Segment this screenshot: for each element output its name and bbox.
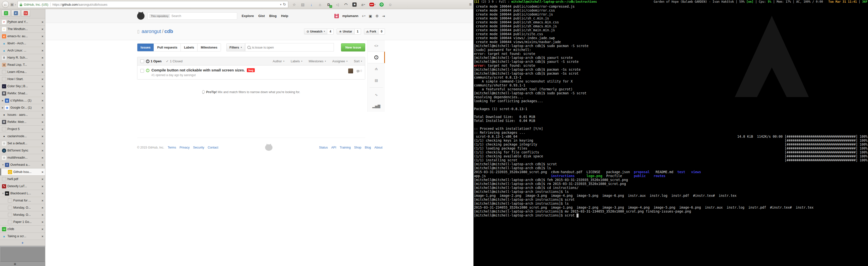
tab-close-icon[interactable]: × [41, 106, 44, 110]
sidebar-tab[interactable]: //@c0db× [0, 226, 45, 233]
sidebar-tab[interactable]: ▼BbBlackboard L...× [0, 190, 45, 197]
issue-title-link[interactable]: Compile button not clickable with small … [151, 68, 245, 72]
wiki-tab-icon[interactable]: ▤ [368, 75, 385, 86]
android-extension-icon[interactable]: ◠ [343, 2, 348, 7]
sidebar-tab[interactable]: ≣multithreadin...× [0, 154, 45, 161]
tab-close-icon[interactable]: × [41, 34, 44, 38]
footer-link-terms[interactable]: Terms [168, 146, 176, 149]
site-identity-label[interactable]: GitHub, Inc. (US) [24, 3, 48, 6]
notifications-icon[interactable]: ▣ [369, 14, 372, 18]
pocket-icon[interactable]: ◁ [335, 2, 340, 7]
sidebar-tab[interactable]: ●Issues · aaro...× [0, 111, 45, 119]
sidebar-tab[interactable]: Project 5× [0, 126, 45, 133]
ghostery-icon[interactable]: O [379, 2, 384, 7]
sidebar-tab[interactable]: ▼fOverheard a...× [0, 161, 45, 168]
assignee-avatar[interactable] [348, 68, 353, 73]
tab-pull-requests[interactable]: Pull requests [154, 43, 181, 51]
sort-dropdown[interactable]: Sort▾ [354, 60, 362, 63]
unstar-button-count[interactable]: 1 [354, 29, 361, 34]
twisty-icon[interactable]: ▼ [2, 192, 5, 195]
tab-close-icon[interactable]: × [41, 70, 44, 74]
footer-link-blog[interactable]: Blog [365, 146, 371, 149]
open-issues-filter[interactable]: !1 Open [146, 59, 161, 63]
tab-close-icon[interactable]: × [41, 134, 44, 138]
footer-link-status[interactable]: Status [319, 146, 328, 149]
twisty-icon[interactable]: ▶ [2, 100, 5, 102]
issue-comments[interactable]: 0 [356, 69, 362, 73]
url-bar[interactable]: GitHub, Inc. (US) https://github.com/aar… [18, 1, 288, 8]
privacy-eye-icon[interactable]: ø▾ [361, 2, 366, 7]
sidebar-tab[interactable]: ✎Detexify LaT...× [0, 183, 45, 190]
tab-close-icon[interactable]: × [41, 170, 44, 174]
username-label[interactable]: mplamann [342, 14, 358, 18]
bookmarks-menu-icon[interactable]: ▤ [300, 2, 305, 7]
footer-link-api[interactable]: API [331, 146, 336, 149]
avatar[interactable] [334, 14, 339, 18]
twisty-icon[interactable]: ▼ [2, 164, 5, 166]
tab-close-icon[interactable]: × [41, 163, 44, 167]
sidebar-tab[interactable]: ∴The Mindfuln...× [0, 26, 45, 33]
sidebar-tab[interactable]: ITPython and Y...× [0, 19, 45, 26]
repo-owner-link[interactable]: aarongut [142, 29, 161, 34]
issues-search-input[interactable]: is:issue is:open [245, 43, 334, 52]
sidebar-tab[interactable]: ◎BitTorrent Sync× [0, 147, 45, 154]
tab-close-icon[interactable]: × [41, 113, 44, 117]
new-tab-button[interactable]: + [0, 240, 45, 246]
footer-link-security[interactable]: Security [193, 146, 204, 149]
fork-button-count[interactable]: 0 [378, 29, 385, 34]
tab-close-icon[interactable]: × [41, 20, 44, 24]
lastpass-icon[interactable]: ✱ [352, 2, 357, 7]
pinned-tab-feedly[interactable]: f [1, 10, 10, 16]
sign-out-icon[interactable]: ⇥ [382, 14, 385, 18]
sidebar-tab[interactable]: Learn #Ema...× [0, 68, 45, 76]
terminal-window[interactable]: [1] (2) 3 9 : Full : mitchell@mitchell-l… [473, 0, 868, 266]
sidebar-tab[interactable]: ▢Github Issu...× [0, 168, 45, 176]
sidebar-tab[interactable]: ▲Taking a scr...× [0, 233, 45, 240]
pull-requests-tab-icon[interactable]: Ψ [368, 63, 385, 75]
bookmark-star-icon[interactable]: ☆ [292, 2, 297, 7]
github-search-box[interactable]: This repository Search [148, 12, 237, 20]
nav-link-gist[interactable]: Gist [258, 14, 265, 18]
pinned-tab-tj[interactable]: TJ [21, 10, 30, 16]
sidebar-tab[interactable]: Paper 1 Go...× [0, 219, 45, 226]
new-issue-button[interactable]: New issue [341, 43, 365, 52]
footer-link-about[interactable]: About [374, 146, 382, 149]
unstar-button[interactable]: ★Unstar [337, 29, 354, 34]
tab-issues[interactable]: Issues [137, 43, 154, 51]
sidebar-tab[interactable]: ▲libvirt - Arch...× [0, 40, 45, 47]
footer-link-privacy[interactable]: Privacy [180, 146, 190, 149]
tab-close-icon[interactable]: × [41, 213, 44, 217]
footer-link-shop[interactable]: Shop [354, 146, 361, 149]
tab-close-icon[interactable]: × [41, 42, 44, 45]
tab-close-icon[interactable]: × [41, 206, 44, 209]
nav-link-help[interactable]: Help [281, 14, 288, 18]
select-all-checkbox[interactable] [140, 59, 144, 63]
sidebar-tab[interactable]: ●caolan/node...× [0, 133, 45, 140]
milestones-dropdown[interactable]: Milestones▾ [309, 60, 326, 63]
filters-dropdown[interactable]: Filters▾ [226, 43, 245, 52]
tab-close-icon[interactable]: × [41, 192, 44, 195]
tab-close-icon[interactable]: × [41, 220, 44, 224]
back-button[interactable]: ← [2, 1, 9, 8]
closed-issues-filter[interactable]: ✓1 Closed [166, 59, 183, 63]
home-icon[interactable]: ⌂ [318, 2, 322, 7]
issue-checkbox[interactable] [140, 69, 144, 73]
issues-tab-icon[interactable]: ! [368, 52, 385, 63]
sidebar-tab[interactable]: ☻Read Lisp, T...× [0, 61, 45, 68]
sidebar-tab[interactable]: ▲Arch Linux: ...× [0, 47, 45, 54]
nav-link-blog[interactable]: Blog [269, 14, 277, 18]
repo-name-link[interactable]: cdb [164, 29, 173, 34]
issue-row[interactable]: ! Compile button not clickable with smal… [137, 66, 365, 79]
nav-link-explore[interactable]: Explore [242, 14, 254, 18]
assignee-dropdown[interactable]: Assignee▾ [332, 60, 347, 63]
footer-link-contact[interactable]: Contact [208, 146, 218, 149]
tab-close-icon[interactable]: × [41, 149, 44, 153]
url-dropdown-icon[interactable]: ▾ [280, 3, 282, 6]
tab-close-icon[interactable]: × [41, 120, 44, 124]
tab-close-icon[interactable]: × [41, 199, 44, 202]
tab-close-icon[interactable]: × [41, 127, 44, 131]
sidebar-tab[interactable]: ◐Color Sky | B...× [0, 83, 45, 90]
tab-close-icon[interactable]: × [41, 77, 44, 81]
graphs-tab-icon[interactable]: ▂▅▇ [368, 100, 385, 112]
downloads-icon[interactable]: ↓ [309, 2, 314, 7]
